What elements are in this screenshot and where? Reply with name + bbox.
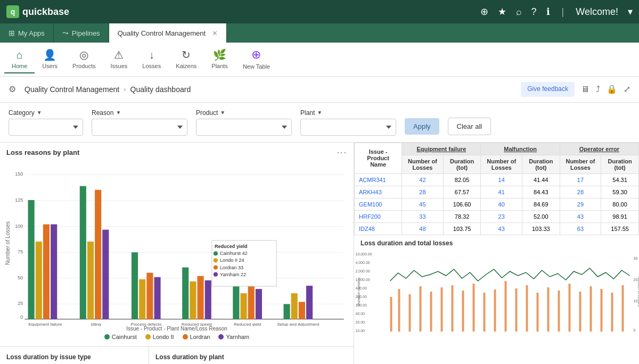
eq-dur-cell: 103.75 — [443, 222, 481, 235]
add-icon[interactable]: ⊕ — [480, 6, 488, 18]
svg-text:2,000.00: 2,000.00 — [356, 269, 370, 273]
product-select[interactable] — [196, 119, 292, 136]
app-tabs: ⊞ My Apps ⤳ Pipelines Quality Control Ma… — [0, 23, 639, 43]
mal-num-cell: 14 — [481, 173, 522, 186]
give-feedback-button[interactable]: Give feedback — [521, 82, 575, 97]
chart-legend: Cainhurst Londo II Lordran Yarnham — [4, 332, 349, 342]
filter-product: Product ▼ — [196, 109, 292, 136]
breadcrumb-actions: Give feedback 🖥 ⤴ 🔒 ⤢ — [521, 82, 630, 97]
tab-close-icon[interactable]: ✕ — [212, 29, 218, 37]
legend-cainhurst-dot — [104, 334, 110, 340]
svg-rect-78 — [526, 285, 528, 332]
lock-icon[interactable]: 🔒 — [607, 84, 617, 94]
svg-rect-69 — [430, 292, 432, 332]
svg-text:10,000.00: 10,000.00 — [356, 252, 372, 256]
product-name-cell[interactable]: ARKH43 — [355, 186, 402, 198]
op-num-cell: 17 — [560, 173, 601, 186]
svg-rect-67 — [409, 294, 411, 332]
mal-num-cell: 23 — [481, 210, 522, 222]
nav-losses[interactable]: ↓ Losses — [135, 46, 168, 73]
chevron-down-icon[interactable]: ▾ — [628, 6, 633, 18]
product-name-cell[interactable]: ACMR341 — [355, 173, 402, 186]
plant-label: Plant ▼ — [300, 109, 396, 117]
nav-home-label: Home — [12, 63, 27, 69]
settings-icon[interactable]: ⚙ — [9, 84, 16, 94]
svg-rect-34 — [283, 304, 290, 319]
bottom-left-label: Loss duration by issue type — [0, 347, 149, 364]
tab-qcm[interactable]: Quality Control Management ✕ — [109, 23, 227, 43]
op-num-cell: 29 — [560, 198, 601, 210]
expand-icon[interactable]: ⤢ — [624, 84, 630, 94]
apply-button[interactable]: Apply — [405, 118, 439, 135]
logo[interactable]: q quickbase — [6, 5, 69, 18]
svg-text:Setup and Adjustment: Setup and Adjustment — [277, 321, 320, 326]
reason-label: Reason ▼ — [92, 109, 187, 117]
svg-rect-20 — [95, 189, 101, 319]
svg-rect-14 — [28, 200, 35, 319]
table-row: IDZ48 48 103.75 43 103.33 63 157.55 — [355, 222, 639, 235]
eq-dur-cell: 106.60 — [443, 198, 481, 210]
kaizens-icon: ↻ — [182, 48, 191, 61]
nav-users[interactable]: 👤 Users — [35, 45, 65, 73]
svg-rect-84 — [590, 286, 592, 332]
table-row: GEM100 45 106.60 40 84.69 29 80.00 — [355, 198, 639, 210]
svg-rect-16 — [43, 224, 50, 319]
mal-dur-cell: 41.44 — [522, 173, 560, 186]
y-axis-label: Number of Losses — [5, 221, 11, 265]
product-name-cell[interactable]: HRF200 — [355, 210, 402, 222]
info-icon[interactable]: ℹ — [546, 6, 550, 18]
tab-qcm-label: Quality Control Management — [118, 29, 206, 37]
monitor-icon[interactable]: 🖥 — [581, 85, 589, 94]
welcome-text[interactable]: Welcome! — [576, 6, 618, 18]
th-operator-error: Operator error — [560, 143, 638, 155]
line-chart-svg: 10,000.00 4,000.00 2,000.00 1,000.00 400… — [354, 249, 639, 334]
share-icon[interactable]: ⤴ — [596, 85, 600, 94]
home-icon: ⌂ — [17, 49, 23, 61]
nav-icons-row: ⌂ Home 👤 Users ◎ Products ⚠ Issues ↓ Los… — [0, 43, 639, 77]
svg-text:25: 25 — [18, 301, 23, 306]
nav-kaizens[interactable]: ↻ Kaizens — [168, 45, 204, 73]
product-name-cell[interactable]: GEM100 — [355, 198, 402, 210]
svg-rect-80 — [547, 287, 550, 332]
svg-text:75: 75 — [18, 249, 23, 254]
clear-all-button[interactable]: Clear all — [448, 118, 491, 135]
svg-rect-70 — [441, 287, 443, 332]
plant-select[interactable] — [300, 119, 396, 136]
product-name-cell[interactable]: IDZ48 — [355, 222, 402, 235]
chart-menu-icon[interactable]: ··· — [337, 148, 347, 158]
nav-home[interactable]: ⌂ Home — [4, 46, 35, 73]
category-select[interactable] — [9, 119, 83, 136]
svg-rect-22 — [132, 252, 138, 319]
svg-point-50 — [214, 265, 218, 269]
search-icon[interactable]: ⌕ — [516, 6, 522, 18]
mal-dur-cell: 84.43 — [522, 186, 560, 198]
product-funnel-icon: ▼ — [220, 110, 225, 115]
op-num-cell: 28 — [560, 186, 601, 198]
help-icon[interactable]: ? — [531, 6, 537, 18]
tab-my-apps[interactable]: ⊞ My Apps — [0, 23, 54, 43]
th-malfunction: Malfunction — [481, 143, 560, 155]
losses-icon: ↓ — [149, 49, 154, 61]
table-scroll[interactable]: Issue - Product Name Equipment failure M… — [354, 143, 639, 235]
favorites-icon[interactable]: ★ — [498, 6, 506, 18]
bottom-mid-label: Loss duration by plant — [149, 347, 354, 364]
breadcrumb-parent[interactable]: Quality Control Management — [24, 85, 119, 94]
reason-select[interactable] — [92, 119, 187, 136]
svg-rect-74 — [484, 293, 486, 332]
tab-pipelines[interactable]: ⤳ Pipelines — [54, 23, 109, 43]
chart-header: Loss reasons by plant ··· — [0, 143, 354, 160]
nav-issues[interactable]: ⚠ Issues — [103, 45, 135, 73]
svg-text:Lordran      33: Lordran 33 — [220, 264, 243, 270]
svg-rect-35 — [291, 293, 298, 319]
nav-products[interactable]: ◎ Products — [65, 45, 103, 73]
nav-plants[interactable]: 🌿 Plants — [204, 45, 235, 73]
th-op-num-losses: Number of Losses — [560, 155, 601, 173]
reason-funnel-icon: ▼ — [116, 110, 121, 115]
products-icon: ◎ — [79, 48, 88, 61]
bottom-labels: Loss duration by issue type Loss duratio… — [0, 346, 354, 364]
svg-rect-27 — [190, 281, 196, 319]
th-equipment-failure: Equipment failure — [402, 143, 481, 155]
op-dur-cell: 80.00 — [601, 198, 639, 210]
nav-new-table[interactable]: ⊕ New Table — [235, 45, 277, 74]
bar-chart-container: Number of Losses 150 125 100 75 50 25 0 — [0, 160, 354, 347]
